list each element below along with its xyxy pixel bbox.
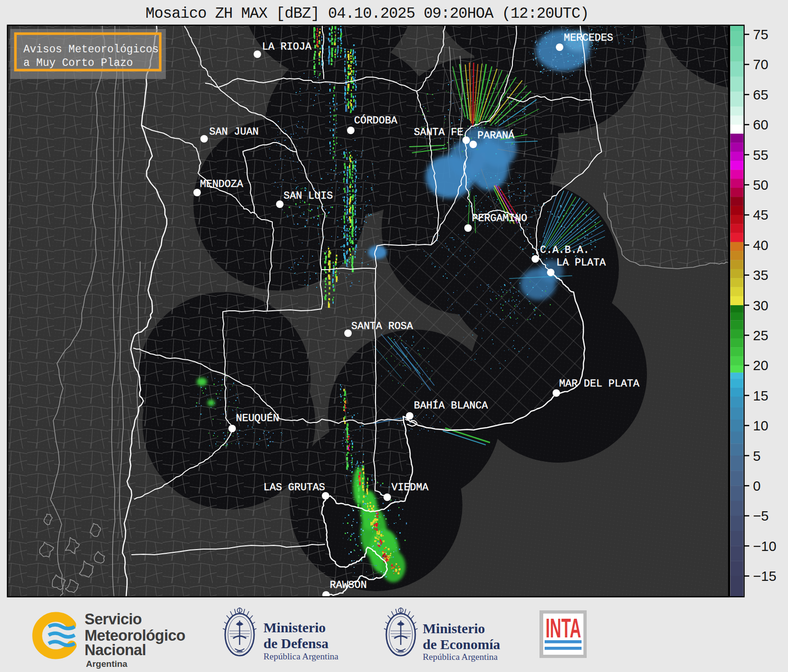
svg-text:LAS GRUTAS: LAS GRUTAS <box>263 482 325 493</box>
svg-text:60: 60 <box>753 117 768 132</box>
svg-text:INTA: INTA <box>546 613 581 643</box>
svg-text:30: 30 <box>753 298 768 313</box>
svg-text:MAR DEL PLATA: MAR DEL PLATA <box>559 378 639 390</box>
svg-text:NEUQUÉN: NEUQUÉN <box>236 412 279 424</box>
svg-text:45: 45 <box>753 207 768 222</box>
svg-text:SAN JUAN: SAN JUAN <box>209 126 259 138</box>
svg-text:LA PLATA: LA PLATA <box>556 257 606 269</box>
svg-text:BAHÍA BLANCA: BAHÍA BLANCA <box>414 400 488 412</box>
svg-text:Ministerio: Ministerio <box>263 620 326 635</box>
svg-text:de Defensa: de Defensa <box>263 636 328 651</box>
svg-text:20: 20 <box>753 357 768 373</box>
svg-text:10: 10 <box>753 418 768 433</box>
svg-text:SAN LUIS: SAN LUIS <box>284 190 333 202</box>
svg-text:SANTA ROSA: SANTA ROSA <box>351 321 413 332</box>
svg-text:República Argentina: República Argentina <box>423 652 498 662</box>
svg-text:Nacional: Nacional <box>85 642 146 658</box>
svg-text:−5: −5 <box>753 508 769 523</box>
svg-text:75: 75 <box>753 27 768 42</box>
svg-text:PARANÁ: PARANÁ <box>477 129 515 142</box>
svg-text:50: 50 <box>753 177 768 193</box>
svg-text:MENDOZA: MENDOZA <box>200 179 243 190</box>
svg-text:Mosaico ZH MAX [dBZ] 04.10.202: Mosaico ZH MAX [dBZ] 04.10.2025 09:20HOA… <box>146 5 589 22</box>
svg-text:Argentina: Argentina <box>86 659 128 669</box>
svg-text:5: 5 <box>753 448 760 464</box>
svg-text:LA RIOJA: LA RIOJA <box>262 41 312 53</box>
svg-text:65: 65 <box>753 87 768 102</box>
svg-text:70: 70 <box>753 57 768 72</box>
svg-text:25: 25 <box>753 328 768 343</box>
svg-text:VIEDMA: VIEDMA <box>391 482 429 493</box>
svg-text:35: 35 <box>753 267 768 283</box>
svg-text:Ministerio: Ministerio <box>423 621 485 636</box>
svg-text:Servicio: Servicio <box>85 611 142 628</box>
svg-text:RAWSON: RAWSON <box>330 579 367 591</box>
svg-text:15: 15 <box>753 388 768 403</box>
svg-text:SANTA FE: SANTA FE <box>414 127 463 138</box>
svg-text:−15: −15 <box>753 568 776 584</box>
svg-text:República Argentina: República Argentina <box>263 651 339 661</box>
svg-text:MERCEDES: MERCEDES <box>564 32 613 44</box>
svg-text:−10: −10 <box>753 538 776 554</box>
svg-text:0: 0 <box>753 478 760 493</box>
svg-text:CÓRDOBA: CÓRDOBA <box>354 114 398 127</box>
svg-text:40: 40 <box>753 237 768 253</box>
svg-text:de Economía: de Economía <box>423 636 500 652</box>
svg-text:PERGAMINO: PERGAMINO <box>472 213 527 224</box>
svg-text:55: 55 <box>753 147 768 163</box>
svg-text:Avisos Meteorológicos: Avisos Meteorológicos <box>23 43 159 56</box>
svg-text:a Muy Corto Plazo: a Muy Corto Plazo <box>23 57 133 69</box>
svg-text:C.A.B.A.: C.A.B.A. <box>540 244 589 256</box>
